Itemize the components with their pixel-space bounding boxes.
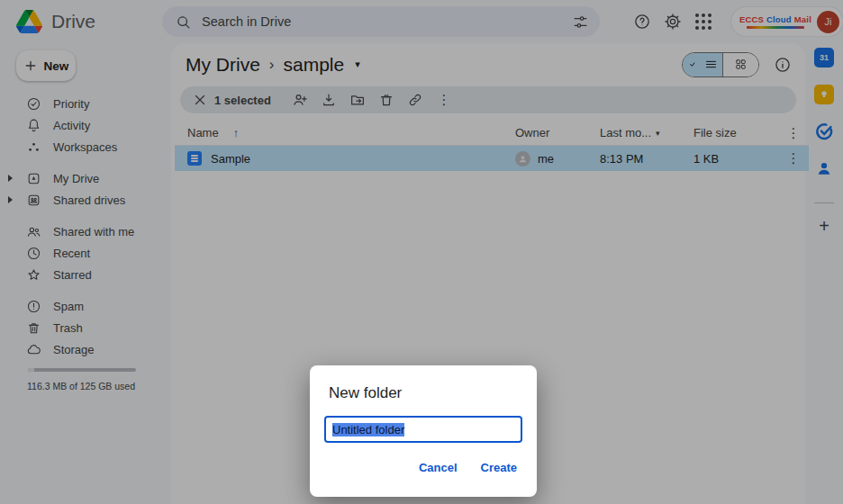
folder-name-selected-text: Untitled folder: [332, 423, 404, 436]
cancel-button[interactable]: Cancel: [419, 461, 458, 474]
dialog-title: New folder: [310, 365, 537, 416]
folder-name-input[interactable]: Untitled folder: [324, 416, 522, 443]
dialog-actions: Cancel Create: [310, 443, 537, 474]
new-folder-dialog: New folder Untitled folder Cancel Create: [310, 365, 537, 497]
create-button[interactable]: Create: [481, 461, 517, 474]
